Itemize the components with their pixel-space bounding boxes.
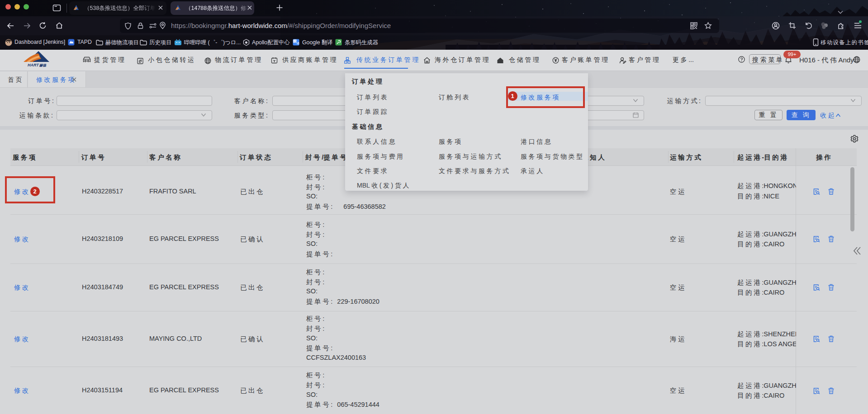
svg-text:HART赫德: HART赫德 [28,63,47,67]
svg-text:G: G [294,40,296,43]
svg-text:译: 译 [297,42,299,45]
